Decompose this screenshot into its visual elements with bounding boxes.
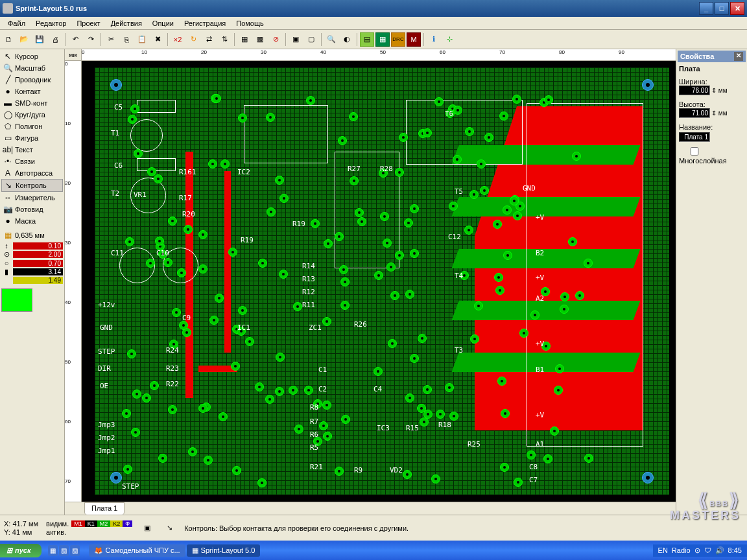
tool-wire[interactable]: ╱Проводник — [1, 74, 63, 86]
snap-button[interactable]: ▩ — [253, 32, 267, 47]
minimize-button[interactable]: _ — [699, 2, 713, 15]
meas-icon: ↔ — [3, 193, 12, 202]
silkscreen-label: C4 — [374, 385, 382, 393]
tool-shape[interactable]: ▭Фигура — [1, 132, 63, 144]
taskbar-item[interactable]: ▦Sprint-Layout 5.0 — [187, 544, 261, 557]
status-tool-1[interactable]: ▣ — [140, 521, 154, 535]
tool-zoom[interactable]: 🔍Масштаб — [1, 62, 63, 74]
tool-link[interactable]: ·•·Связи — [1, 156, 63, 167]
param-row[interactable]: ○0.70 — [1, 259, 63, 267]
test-icon: ↘ — [4, 181, 13, 190]
close-button[interactable]: ✕ — [730, 2, 744, 15]
volume-icon[interactable]: 🔊 — [715, 546, 724, 555]
clock[interactable]: 8:45 — [728, 546, 742, 554]
mirror-h-button[interactable]: ⇄ — [202, 32, 216, 47]
copy-button[interactable]: ⎘ — [119, 32, 134, 47]
align-button[interactable]: ▦ — [237, 32, 252, 47]
param-row[interactable]: ▮3.14 — [1, 268, 63, 276]
print-button[interactable]: 🖨 — [48, 32, 62, 47]
drc-button[interactable]: DRC — [391, 32, 405, 47]
menu-опции[interactable]: Опции — [147, 18, 179, 29]
silkscreen-label: C7 — [529, 476, 538, 484]
menu-файл[interactable]: Файл — [3, 18, 30, 29]
silkscreen-label: GND — [100, 323, 113, 332]
radio-label[interactable]: Radio — [672, 546, 691, 554]
ungroup-button[interactable]: ▢ — [304, 32, 318, 47]
maximize-button[interactable]: □ — [715, 2, 729, 15]
tool-mask[interactable]: ●Маска — [1, 215, 63, 227]
start-button[interactable]: ⊞ пуск — [0, 544, 42, 557]
tool-smd[interactable]: ▬SMD-конт — [1, 97, 63, 109]
windows-taskbar: ⊞ пуск ▦ ▧ ▨ 🦊Самодельный ЧПУ с...▦Sprin… — [0, 541, 747, 560]
tool-pad[interactable]: ●Контакт — [1, 86, 63, 97]
quicklaunch-item[interactable]: ▦ — [48, 545, 58, 556]
name-input[interactable] — [679, 132, 710, 142]
silkscreen-label: C5 — [114, 103, 123, 111]
status-tool-2[interactable]: ↘ — [162, 521, 176, 535]
paste-button[interactable]: 📋 — [135, 32, 149, 47]
arc-icon: ◯ — [3, 110, 12, 119]
redo-button[interactable]: ↷ — [84, 32, 98, 47]
silkscreen-label: IC2 — [237, 168, 250, 176]
quicklaunch-item[interactable]: ▧ — [59, 545, 69, 556]
multilayer-checkbox[interactable]: Многослойная — [679, 149, 727, 165]
rotate-button[interactable]: ↻ — [186, 32, 200, 47]
layers-button[interactable]: ◐ — [340, 32, 354, 47]
menu-проект[interactable]: Проект — [71, 18, 105, 29]
param-row[interactable]: 1.49 — [1, 277, 63, 284]
tray-icon[interactable]: 🛡 — [704, 546, 711, 554]
info-button[interactable]: ℹ — [427, 32, 441, 47]
quicklaunch-item[interactable]: ▨ — [70, 545, 80, 556]
layer-color-preview[interactable] — [1, 288, 32, 312]
taskbar-item[interactable]: 🦊Самодельный ЧПУ с... — [89, 544, 185, 557]
y-label: Y: — [4, 528, 10, 536]
delete-button[interactable]: ✖ — [150, 32, 165, 47]
tool-photo[interactable]: 📷Фотовид — [1, 204, 63, 215]
tool-meas[interactable]: ↔Измеритель — [1, 192, 63, 204]
component-button[interactable]: ▤ — [360, 32, 374, 47]
height-label: Высота: — [679, 100, 744, 108]
grid-setting[interactable]: ▦ 0,635 мм — [1, 229, 63, 241]
layer-indicators[interactable]: M1K1M2K2Ф — [71, 520, 132, 527]
tray-icon[interactable]: ⊙ — [694, 546, 700, 555]
tool-auto[interactable]: AАвтотрасса — [1, 167, 63, 179]
zoom-button[interactable]: 🔍 — [324, 32, 338, 47]
duplicate-button[interactable]: ×2 — [171, 32, 185, 47]
param-row[interactable]: ↕0.10 — [1, 242, 63, 250]
menu-регистрация[interactable]: Регистрация — [179, 18, 231, 29]
menu-редактор[interactable]: Редактор — [30, 18, 71, 29]
layer-m-button[interactable]: M — [407, 32, 421, 47]
open-file-button[interactable]: 📂 — [17, 32, 31, 47]
tool-test[interactable]: ↘Контроль — [1, 179, 63, 192]
new-file-button[interactable]: 🗋 — [1, 32, 16, 47]
undo-button[interactable]: ↶ — [68, 32, 82, 47]
silkscreen-label: C8 — [529, 463, 538, 471]
scan-button[interactable]: ⊹ — [442, 32, 456, 47]
tab-board-1[interactable]: Плата 1 — [84, 502, 124, 515]
param-row[interactable]: ⊙2.00 — [1, 250, 63, 259]
tool-cursor[interactable]: ↖Курсор — [1, 51, 63, 62]
tool-text[interactable]: ab|Текст — [1, 144, 63, 156]
mirror-v-button[interactable]: ⇅ — [217, 32, 231, 47]
grid-settings: ▦ 0,635 мм ↕0.10⊙2.00○0.70▮3.141.49 — [1, 229, 63, 285]
width-input[interactable] — [679, 86, 710, 95]
ruler-vertical: 010203040506070 — [65, 61, 82, 502]
tool-arc[interactable]: ◯Круг/дуга — [1, 109, 63, 121]
menu-действия[interactable]: Действия — [106, 18, 147, 29]
active-label: актив. — [46, 528, 66, 536]
pad-icon: ● — [3, 87, 12, 96]
height-input[interactable] — [679, 108, 710, 118]
language-indicator[interactable]: EN — [658, 546, 668, 554]
param-icon: ⊙ — [1, 250, 12, 259]
remove-link-button[interactable]: ⊘ — [268, 32, 283, 47]
close-panel-button[interactable]: ✕ — [734, 52, 743, 61]
param-icon: ▮ — [1, 268, 12, 276]
tool-poly[interactable]: ⬠Полигон — [1, 121, 63, 132]
save-button[interactable]: 💾 — [32, 32, 47, 47]
toolbar-separator — [357, 33, 357, 46]
group-button[interactable]: ▣ — [289, 32, 303, 47]
pcb-canvas[interactable]: C5T1C6T2VR1R161R17R20C11C10+12vGNDC9STEP… — [82, 61, 676, 502]
cut-button[interactable]: ✂ — [104, 32, 118, 47]
menu-помощь[interactable]: Помощь — [231, 18, 269, 29]
macro-button[interactable]: ▦ — [375, 32, 390, 47]
